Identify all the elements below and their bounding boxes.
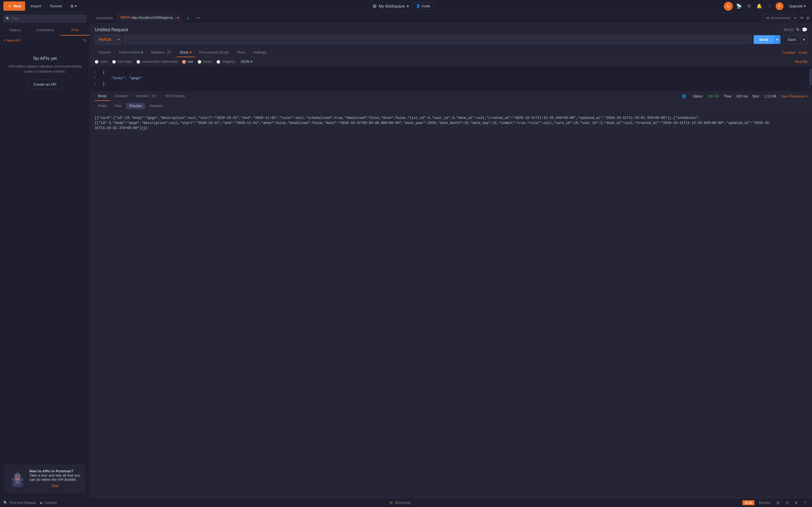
sidebar-tab-apis[interactable]: APIs [60,25,90,36]
save-dropdown-button[interactable]: ▾ [801,35,807,44]
avatar-button[interactable]: P [776,2,783,10]
globe-icon[interactable]: 🌐 [680,93,688,100]
body-binary-radio[interactable] [198,60,201,64]
code-editor[interactable]: 1 { 2 "body": "gege" 3 } ⠿ [90,66,812,92]
resp-tab-cookies[interactable]: Cookies [111,92,131,101]
upgrade-button[interactable]: Upgrade ▾ [786,3,809,10]
save-button[interactable]: Save [783,35,801,44]
send-button-group: Send ▾ [754,35,781,44]
workspace-icon: ⊞ [373,3,376,9]
request-tabs: Params Authorization Headers 11 Body Pre… [90,48,812,57]
method-select[interactable]: PATCH GET POST PUT DELETE [95,35,121,45]
resp-tab-headers[interactable]: Headers 13 [132,92,160,101]
env-eye-button[interactable]: 👁 [800,16,804,20]
environment-select[interactable]: No Environment [762,14,798,22]
edit-button[interactable]: ✎ [796,27,800,33]
more-tabs-button[interactable]: ••• [194,15,202,21]
response-body[interactable]: [{"card":{"id":19,"body":"gege","descrip… [90,111,812,498]
sync-button[interactable]: ↻ [724,2,733,11]
body-option-urlencoded[interactable]: x-www-form-urlencoded [137,60,177,64]
settings-button[interactable]: ⚙ [745,2,753,10]
req-tab-body[interactable]: Body [177,48,195,57]
layout-cols-button[interactable]: ⊞ [775,499,781,506]
workspace-button[interactable]: ⊞ My Workspace ▾ [369,2,412,10]
req-tab-params[interactable]: Params [95,48,114,57]
beautify-link[interactable]: Beautify [795,60,808,64]
cookies-code-links: Cookies Code [782,50,808,55]
req-tab-settings[interactable]: Settings [250,48,270,57]
body-option-none[interactable]: none [95,60,108,64]
add-tab-button[interactable]: ＋ [183,13,193,22]
start-link[interactable]: Start [29,483,81,489]
body-formdata-radio[interactable] [112,60,116,64]
body-options: none form-data x-www-form-urlencoded raw… [90,57,812,66]
comment-button[interactable]: 💬 [802,27,808,33]
layout-switcher-button[interactable]: ⊞ ▾ [68,2,80,10]
heart-button[interactable]: ♡ [765,2,773,10]
code-link[interactable]: Code [799,50,808,55]
resp-view-raw[interactable]: Raw [111,103,125,109]
resp-view-visualize[interactable]: Visualize [146,103,166,109]
json-format-label: JSON [241,60,250,64]
invite-button[interactable]: 👤 Invite [412,2,434,10]
url-input[interactable]: http://localhost:5000/api/cards/19 [123,35,751,44]
sidebar-tab-collections[interactable]: Collections [30,25,60,36]
refresh-button[interactable]: ↻ [83,38,87,43]
layout-rows-button[interactable]: ⊟ [784,499,791,506]
browse-mode-button[interactable]: Browse [757,500,772,505]
cookies-link[interactable]: Cookies [782,50,795,55]
save-response-button[interactable]: Save Response ▾ [781,94,808,98]
body-urlencoded-radio[interactable] [137,60,140,64]
body-raw-radio[interactable] [182,60,186,64]
body-option-binary[interactable]: binary [198,60,212,64]
import-button[interactable]: Import [28,2,45,10]
sidebar-tab-history[interactable]: History [0,25,30,36]
resp-body-tab-label: Body [98,94,107,98]
send-dropdown-button[interactable]: ▾ [774,35,780,44]
build-mode-button[interactable]: Build [742,500,755,505]
help-button[interactable]: ? [802,499,809,506]
resp-test-results-label: Test Results [165,94,185,98]
body-none-radio[interactable] [95,60,98,64]
notifications-button[interactable]: 🔔 [755,2,763,10]
filter-input[interactable] [3,15,87,22]
body-option-raw[interactable]: raw [182,60,193,64]
console-button[interactable]: ▶ Console [40,501,57,505]
body-graphql-radio[interactable] [216,60,220,64]
bootcamp-button[interactable]: 🎓 Bootcamp [389,501,410,505]
find-replace-button[interactable]: 🔍 Find and Replace [3,501,36,505]
download-button[interactable]: ⬇ [793,499,800,506]
new-label: New [13,4,21,8]
satellite-button[interactable]: 📡 [735,2,743,10]
runner-button[interactable]: Runner [47,2,66,10]
req-tab-authorization[interactable]: Authorization [115,48,146,57]
body-option-formdata[interactable]: form-data [112,60,132,64]
build-area: BUILD ✎ 💬 [784,27,808,33]
editor-scrollbar[interactable] [810,68,811,86]
new-api-button[interactable]: + New API [3,38,20,43]
json-format-select[interactable]: JSON ▾ [241,60,252,64]
create-api-button[interactable]: Create an API [28,80,62,89]
env-settings-button[interactable]: ⚙ [806,16,810,20]
save-response-chevron: ▾ [806,94,808,98]
top-bar: ＋ New Import Runner ⊞ ▾ ⊞ My Workspace ▾… [0,0,812,12]
resp-view-pretty[interactable]: Pretty [95,103,110,109]
req-tab-prerequest[interactable]: Pre-request Script [196,48,232,57]
resp-tab-test-results[interactable]: Test Results [161,92,188,101]
params-tab-label: Params [98,50,111,54]
body-option-graphql[interactable]: GraphQL [216,60,236,64]
req-tab-headers[interactable]: Headers 11 [147,48,175,57]
new-button[interactable]: ＋ New [3,1,25,11]
tab-request[interactable]: PATCH http://localhost:5000/api/car... [117,13,182,22]
resp-tab-body[interactable]: Body [95,92,110,101]
tab-launchpad[interactable]: Launchpad [93,14,116,22]
bottom-center-area: 🎓 Bootcamp [61,501,738,505]
resp-headers-badge: 13 [151,94,157,98]
create-api-label: Create an API [34,82,56,87]
promo-text-area: New to APIs in Postman? Take a tour and … [29,469,81,489]
req-tab-tests[interactable]: Tests [233,48,248,57]
resp-view-preview[interactable]: Preview [126,103,145,109]
promo-title: New to APIs in Postman? [29,469,81,473]
send-button[interactable]: Send [754,35,774,44]
editor-resize-handle[interactable]: ⠿ [807,86,810,90]
